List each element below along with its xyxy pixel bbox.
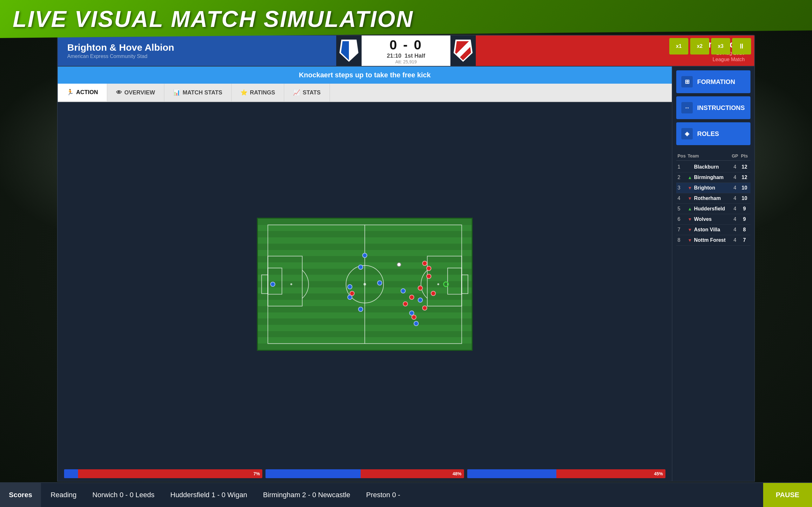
action-buttons: ⊞ FORMATION ↔ INSTRUCTIONS ◈ ROLES — [672, 66, 754, 149]
ratings-icon: ⭐ — [241, 89, 247, 96]
player-away-m2 — [409, 295, 414, 300]
player-home-gk — [270, 282, 275, 287]
row-pts: 12 — [740, 164, 749, 170]
col-team: Team — [688, 153, 730, 158]
trend-icon: ▼ — [688, 238, 694, 243]
pause-button-top[interactable]: ⏸ — [732, 38, 751, 55]
row-pts: 9 — [740, 216, 749, 222]
row-team: Aston Villa — [694, 227, 730, 233]
player-away-f3 — [422, 261, 427, 266]
speed-x1-button[interactable]: x1 — [669, 38, 688, 55]
tabs-row: 🏃 ACTION 👁 OVERVIEW 📊 MATCH STATS ⭐ RATI… — [58, 83, 672, 102]
row-pos: 7 — [677, 227, 688, 233]
commentary-bar: Knockaert steps up to take the free kick — [58, 66, 672, 83]
ticker-item: Birmingham 2 - 0 Newcastle — [263, 491, 350, 499]
ticker-item: Reading — [50, 491, 77, 499]
ticker-item: Preston 0 - — [366, 491, 400, 499]
instructions-button[interactable]: ↔ INSTRUCTIONS — [676, 96, 751, 119]
tab-stats[interactable]: 📈 STATS — [284, 83, 329, 101]
player-away-f1 — [426, 274, 432, 279]
col-gp: GP — [730, 153, 740, 158]
pitch-container — [58, 102, 672, 466]
player-home-d1 — [362, 253, 367, 258]
table-row: 2 ▲ Birmingham 4 12 — [676, 172, 751, 183]
row-team: Wolves — [694, 216, 730, 222]
roles-button[interactable]: ◈ ROLES — [676, 122, 751, 145]
trend-icon: ▼ — [688, 185, 694, 190]
tab-ratings-label: RATINGS — [250, 89, 275, 96]
col-pts: Pts — [740, 153, 749, 158]
table-row: 3 ▼ Brighton 4 10 — [676, 183, 751, 193]
stats-bars: 7% 48% 45% — [58, 466, 672, 481]
home-team-shield — [339, 40, 358, 62]
tab-stats-label: STATS — [303, 89, 320, 96]
ticker-bar: Scores Reading Norwich 0 - 0 Leeds Hudde… — [0, 482, 812, 507]
stat-bar-1-label: 7% — [253, 471, 260, 476]
row-gp: 4 — [730, 175, 740, 180]
row-pos: 2 — [677, 175, 688, 180]
attendance: Att: 25,919 — [395, 59, 417, 64]
away-team-shield — [454, 40, 473, 62]
player-home-f3 — [414, 321, 419, 326]
row-gp: 4 — [730, 237, 740, 243]
player-away-m5 — [422, 305, 427, 311]
ticker-item: Huddersfield 1 - 0 Wigan — [170, 491, 247, 499]
speed-x2-button[interactable]: x2 — [690, 38, 709, 55]
player-away-f2 — [431, 291, 436, 296]
table-row: 7 ▼ Aston Villa 4 8 — [676, 225, 751, 235]
stat-bar-2: 48% — [265, 469, 464, 478]
row-pts: 9 — [740, 206, 749, 212]
match-stats-icon: 📊 — [173, 89, 180, 96]
row-pts: 12 — [740, 175, 749, 180]
formation-icon: ⊞ — [681, 76, 693, 88]
tab-ratings[interactable]: ⭐ RATINGS — [232, 83, 285, 101]
player-away-f4 — [426, 266, 432, 271]
main-content: Brighton & Hove Albion American Express … — [57, 35, 755, 482]
formation-label: FORMATION — [697, 78, 735, 86]
row-pts: 10 — [740, 195, 749, 201]
player-away-d1 — [350, 291, 355, 296]
row-pts: 10 — [740, 185, 749, 191]
speed-x3-button[interactable]: x3 — [711, 38, 730, 55]
ticker-pause-button[interactable]: PAUSE — [763, 483, 812, 507]
tab-action[interactable]: 🏃 ACTION — [58, 83, 107, 101]
ticker-pause-label: PAUSE — [776, 491, 799, 499]
row-team: Blackburn — [694, 164, 730, 170]
football-ball — [397, 262, 401, 267]
trend-icon: — — [688, 164, 694, 170]
row-pos: 6 — [677, 216, 688, 222]
speed-controls: x1 x2 x3 ⏸ — [669, 38, 751, 55]
formation-button[interactable]: ⊞ FORMATION — [676, 70, 751, 93]
player-home-m2 — [347, 284, 352, 289]
away-match-type: League Match — [713, 57, 745, 62]
tab-overview[interactable]: 👁 OVERVIEW — [107, 83, 164, 101]
row-gp: 4 — [730, 164, 740, 170]
row-gp: 4 — [730, 185, 740, 191]
player-green-target — [443, 281, 449, 287]
svg-rect-10 — [262, 275, 268, 293]
stat-bar-3: 45% — [467, 469, 665, 478]
tab-match-stats-label: MATCH STATS — [183, 89, 222, 96]
table-row: 5 ▲ Huddersfield 4 9 — [676, 204, 751, 214]
ticker-scores-label: Scores — [0, 483, 41, 507]
row-team: Nottm Forest — [694, 237, 730, 243]
stats-icon: 📈 — [293, 89, 300, 96]
instructions-label: INSTRUCTIONS — [697, 104, 745, 112]
tab-match-stats[interactable]: 📊 MATCH STATS — [164, 83, 232, 101]
trend-icon: ▼ — [688, 227, 694, 232]
tab-action-label: ACTION — [76, 89, 98, 96]
svg-point-9 — [438, 283, 439, 285]
trend-icon: ▼ — [688, 196, 694, 201]
svg-rect-5 — [268, 268, 282, 294]
trend-icon: ▼ — [688, 217, 694, 222]
row-pos: 8 — [677, 237, 688, 243]
content-row: Knockaert steps up to take the free kick… — [57, 66, 755, 482]
player-home-f1 — [401, 288, 406, 293]
player-home-m5 — [377, 280, 382, 285]
row-pos: 3 — [677, 185, 688, 191]
table-row: 1 — Blackburn 4 12 — [676, 162, 751, 172]
row-gp: 4 — [730, 195, 740, 201]
player-away-m3 — [411, 315, 416, 320]
svg-point-6 — [290, 283, 292, 285]
player-away-m1 — [403, 301, 408, 306]
